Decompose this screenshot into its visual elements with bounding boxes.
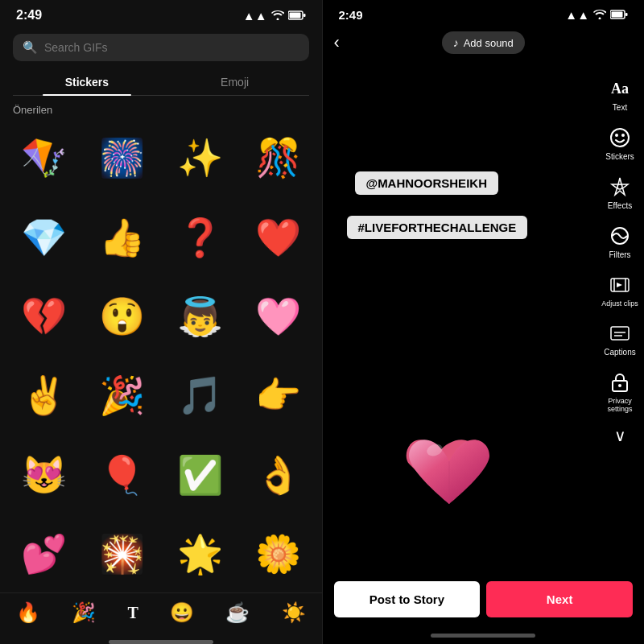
bottom-tab-party[interactable]: 🎉 — [72, 601, 96, 624]
right-panel: 2:49 ▲▲ ‹ ♪ Add sound — [323, 0, 645, 644]
sticker-item[interactable]: 👉 — [241, 358, 316, 433]
sticker-item[interactable]: ❓ — [163, 200, 237, 275]
tool-effects-label: Effects — [608, 201, 632, 210]
bottom-buttons: Post to Story Next — [323, 581, 645, 617]
heart-sticker[interactable] — [401, 427, 497, 533]
status-icons-right: ▲▲ — [565, 8, 628, 22]
tool-adjust-clips[interactable]: Adjust clips — [601, 269, 638, 311]
sticker-item[interactable]: 👍 — [85, 200, 159, 275]
signal-icon-right: ▲▲ — [565, 8, 589, 22]
sticker-item[interactable]: ✅ — [163, 437, 237, 512]
sticker-tool-icon — [607, 125, 633, 151]
svg-marker-14 — [617, 283, 622, 287]
sticker-item[interactable]: 😲 — [85, 279, 159, 354]
battery-icon — [288, 9, 306, 23]
sticker-item[interactable]: 🪁 — [6, 121, 81, 196]
sticker-item[interactable]: ✨ — [163, 121, 237, 196]
sticker-item[interactable]: 🎊 — [241, 121, 316, 196]
bottom-tab-fire[interactable]: 🔥 — [16, 601, 40, 624]
sticker-item[interactable]: 🎇 — [85, 517, 159, 592]
search-bar[interactable]: 🔍 — [13, 34, 309, 61]
sticker-item[interactable]: 👼 — [163, 279, 237, 354]
home-indicator-left — [109, 640, 213, 644]
status-icons-left: ▲▲ — [243, 9, 306, 23]
wifi-icon-right — [593, 8, 606, 22]
bottom-tab-coffee[interactable]: ☕ — [225, 601, 250, 624]
tool-stickers[interactable]: Stickers — [605, 122, 634, 164]
tool-filters[interactable]: Filters — [607, 220, 633, 262]
tool-effects[interactable]: Effects — [607, 171, 633, 213]
hashtag-tag[interactable]: #LIVEFORTHECHALLENGE — [347, 216, 528, 239]
svg-point-9 — [617, 184, 622, 189]
svg-rect-4 — [612, 12, 623, 18]
tool-privacy[interactable]: Privacy settings — [596, 366, 644, 416]
sticker-item[interactable]: 😻 — [6, 437, 81, 512]
bottom-tab-text[interactable]: T — [127, 604, 138, 622]
sticker-item[interactable]: 🎈 — [85, 437, 159, 512]
sticker-item[interactable]: 💎 — [6, 200, 81, 275]
sticker-item[interactable]: 🌼 — [241, 517, 316, 592]
time-right: 2:49 — [339, 8, 363, 22]
sticker-grid: 🪁 🎆 ✨ 🎊 💎 👍 ❓ ❤️ 💔 😲 👼 🩷 ✌️ 🎉 🎵 👉 😻 🎈 ✅ … — [0, 121, 322, 592]
sticker-item[interactable]: 👌 — [241, 437, 316, 512]
side-tools: Aa Text Stickers Effects — [596, 72, 644, 445]
tool-filters-label: Filters — [609, 250, 630, 259]
bottom-tab-smile[interactable]: 😀 — [170, 601, 194, 624]
status-bar-right: 2:49 ▲▲ — [323, 0, 645, 27]
privacy-icon — [607, 369, 633, 395]
adjust-clips-icon — [607, 272, 633, 298]
svg-point-8 — [621, 134, 625, 137]
text-icon: Aa — [607, 76, 633, 101]
svg-point-6 — [611, 129, 629, 147]
canvas-area: @MAHNOORSHEIKH #LIVEFORTHECHALLENGE — [323, 59, 597, 581]
post-to-story-button[interactable]: Post to Story — [334, 581, 481, 617]
battery-icon-right — [610, 8, 628, 22]
svg-rect-1 — [289, 12, 300, 18]
sticker-item[interactable]: 🎆 — [85, 121, 159, 196]
sticker-item[interactable]: 💔 — [6, 279, 81, 354]
add-sound-label: Add sound — [464, 37, 514, 49]
tool-captions-label: Captions — [604, 348, 635, 357]
effects-icon — [607, 174, 633, 200]
svg-rect-15 — [611, 327, 629, 340]
sticker-item[interactable]: ✌️ — [6, 358, 81, 433]
music-icon: ♪ — [453, 36, 459, 49]
sticker-item[interactable]: 🩷 — [241, 279, 316, 354]
sticker-item[interactable]: 🎉 — [85, 358, 159, 433]
next-button[interactable]: Next — [486, 581, 633, 617]
add-sound-button[interactable]: ♪ Add sound — [442, 31, 525, 54]
section-label: Önerilen — [0, 96, 322, 121]
left-panel: 2:49 ▲▲ 🔍 Stickers — [0, 0, 322, 644]
signal-icon: ▲▲ — [243, 9, 267, 23]
filters-icon — [607, 223, 633, 249]
tool-stickers-label: Stickers — [605, 152, 634, 161]
captions-icon — [607, 320, 633, 346]
search-icon: 🔍 — [23, 40, 38, 55]
sticker-item[interactable]: ❤️ — [241, 200, 316, 275]
bottom-tab-bar: 🔥 🎉 T 😀 ☕ ☀️ — [0, 592, 322, 640]
svg-point-7 — [615, 134, 618, 137]
tab-emoji[interactable]: Emoji — [161, 69, 309, 95]
svg-rect-2 — [303, 14, 306, 17]
tool-captions[interactable]: Captions — [604, 317, 635, 360]
svg-point-19 — [618, 384, 621, 387]
hashtag-text: #LIVEFORTHECHALLENGE — [358, 221, 517, 234]
tab-stickers[interactable]: Stickers — [13, 69, 161, 95]
home-indicator-right — [431, 634, 535, 638]
tool-text[interactable]: Aa Text — [607, 72, 633, 115]
mention-tag[interactable]: @MAHNOORSHEIKH — [355, 171, 498, 195]
sticker-item[interactable]: 🎵 — [163, 358, 237, 433]
back-button[interactable]: ‹ — [334, 32, 363, 53]
time-left: 2:49 — [16, 8, 42, 23]
chevron-down-icon[interactable]: ∨ — [614, 426, 626, 445]
tool-text-label: Text — [613, 103, 627, 112]
search-input[interactable] — [44, 41, 299, 54]
sticker-item[interactable]: 🌟 — [163, 517, 237, 592]
svg-rect-5 — [625, 13, 628, 16]
right-top-bar: ‹ ♪ Add sound — [323, 27, 645, 59]
bottom-tab-sun[interactable]: ☀️ — [282, 601, 306, 624]
wifi-icon — [271, 9, 284, 23]
sticker-item[interactable]: 💕 — [6, 517, 81, 592]
tool-privacy-label: Privacy settings — [596, 397, 644, 413]
status-bar-left: 2:49 ▲▲ — [0, 0, 322, 27]
